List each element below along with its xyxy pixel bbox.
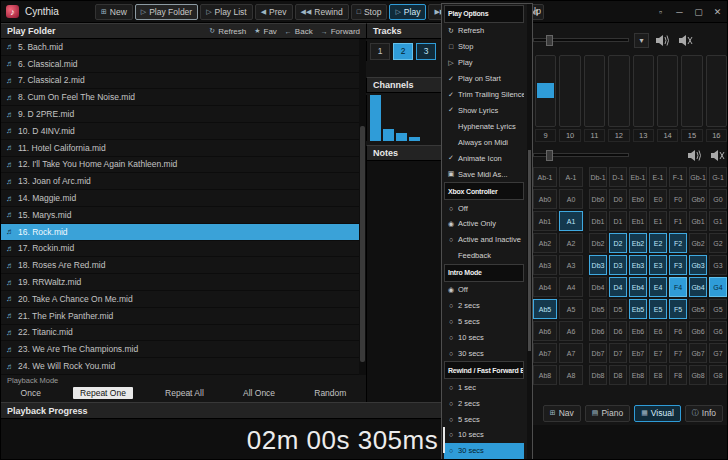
close-icon[interactable]: ✕: [711, 7, 724, 17]
note-cell-e3[interactable]: E3: [649, 255, 667, 275]
menu-item-30-secs[interactable]: ○30 secs: [444, 443, 524, 459]
note-cell-e2[interactable]: E2: [649, 233, 667, 253]
note-cell-gb1[interactable]: Gb1: [689, 211, 707, 231]
note-cell-a8[interactable]: A8: [559, 365, 583, 385]
file-row-15-marys-mid[interactable]: ♬15. Marys.mid: [1, 207, 359, 224]
menu-item-feedback[interactable]: Feedback: [444, 248, 524, 264]
playback-mode-repeat-one[interactable]: Repeat One: [73, 387, 133, 399]
menu-item-off[interactable]: ○Off: [444, 200, 524, 216]
toolbar-button-rewind[interactable]: ◀◀Rewind: [295, 4, 349, 20]
speaker-mute-button-bottom[interactable]: [709, 148, 727, 162]
note-cell-ab-1[interactable]: Ab-1: [533, 167, 557, 187]
note-cell-db7[interactable]: Db7: [589, 343, 607, 363]
note-cell-a7[interactable]: A7: [559, 343, 583, 363]
file-row-13-joan-of-arc-mid[interactable]: ♬13. Joan of Arc.mid: [1, 173, 359, 190]
volume-slider-top-thumb[interactable]: [546, 35, 553, 46]
note-cell-ab2[interactable]: Ab2: [533, 233, 557, 253]
menu-item-play-on-start[interactable]: ✓Play on Start: [444, 71, 524, 87]
menu-item-show-lyrics[interactable]: ✓Show Lyrics: [444, 103, 524, 119]
note-cell-f1[interactable]: F1: [669, 211, 687, 231]
track-button-3[interactable]: 3: [416, 43, 436, 60]
file-row-18-roses-are-red-mid[interactable]: ♬18. Roses Are Red.mid: [1, 257, 359, 274]
note-cell-e7[interactable]: E7: [649, 343, 667, 363]
note-cell-db0[interactable]: Db0: [589, 189, 607, 209]
note-cell-f5[interactable]: F5: [669, 299, 687, 319]
note-cell-e5[interactable]: E5: [649, 299, 667, 319]
toolbar-button-prev[interactable]: ◀Prev: [255, 4, 293, 20]
header-button-forward[interactable]: →Forward: [321, 27, 360, 36]
speaker-mute-button-top[interactable]: [677, 33, 695, 47]
speaker-on-button-bottom[interactable]: [686, 148, 704, 162]
mixer-bar-11[interactable]: [584, 55, 605, 127]
note-cell-a3[interactable]: A3: [559, 255, 583, 275]
track-button-1[interactable]: 1: [370, 43, 390, 60]
note-cell-d6[interactable]: D6: [609, 321, 627, 341]
note-cell-ab4[interactable]: Ab4: [533, 277, 557, 297]
note-cell-gb7[interactable]: Gb7: [689, 343, 707, 363]
toolbar-button-new[interactable]: ⊞New: [95, 4, 133, 20]
note-cell-db8[interactable]: Db8: [589, 365, 607, 385]
file-row-11-hotel-california-mid[interactable]: ♬11. Hotel California.mid: [1, 140, 359, 157]
note-cell-ab0[interactable]: Ab0: [533, 189, 557, 209]
note-cell-gb2[interactable]: Gb2: [689, 233, 707, 253]
file-list-scrollbar[interactable]: [359, 39, 366, 375]
file-row-7-classical-2-mid[interactable]: ♬7. Classical 2.mid: [1, 73, 359, 90]
toolbar-button-play[interactable]: ▷Play: [389, 4, 426, 20]
note-cell-d4[interactable]: D4: [609, 277, 627, 297]
file-row-9-d-2pre-mid[interactable]: ♬9. D 2PRE.mid: [1, 106, 359, 123]
view-button-info[interactable]: ⓘInfo: [685, 405, 723, 422]
note-cell-db3[interactable]: Db3: [589, 255, 607, 275]
file-row-14-maggie-mid[interactable]: ♬14. Maggie.mid: [1, 190, 359, 207]
menu-item-30-secs[interactable]: ○30 secs: [444, 345, 524, 361]
note-cell-gb6[interactable]: Gb6: [689, 321, 707, 341]
toolbar-button-play-folder[interactable]: ▷Play Folder: [135, 4, 198, 20]
playback-mode-random[interactable]: Random: [307, 387, 353, 399]
note-cell-f0[interactable]: F0: [669, 189, 687, 209]
speaker-on-button-top[interactable]: [654, 33, 672, 47]
note-cell-g-1[interactable]: G-1: [709, 167, 727, 187]
note-cell-g2[interactable]: G2: [709, 233, 727, 253]
note-cell-e6[interactable]: E6: [649, 321, 667, 341]
file-row-17-rockin-mid[interactable]: ♬17. Rockin.mid: [1, 241, 359, 258]
file-row-24-we-will-rock-you-mid[interactable]: ♬24. We Will Rock You.mid: [1, 358, 359, 375]
note-cell-ab8[interactable]: Ab8: [533, 365, 557, 385]
note-cell-eb8[interactable]: Eb8: [629, 365, 647, 385]
note-cell-eb2[interactable]: Eb2: [629, 233, 647, 253]
note-cell-g5[interactable]: G5: [709, 299, 727, 319]
file-row-16-rock-mid[interactable]: ♬16. Rock.mid: [1, 224, 359, 241]
mixer-bar-12[interactable]: [608, 55, 629, 127]
note-cell-eb4[interactable]: Eb4: [629, 277, 647, 297]
file-row-21-the-pink-panther-mid[interactable]: ♬21. The Pink Panther.mid: [1, 308, 359, 325]
note-cell-eb0[interactable]: Eb0: [629, 189, 647, 209]
menu-item-refresh[interactable]: ↻Refresh: [444, 23, 524, 39]
toolbar-button-play-list[interactable]: ▷Play List: [200, 4, 253, 20]
note-cell-db4[interactable]: Db4: [589, 277, 607, 297]
mixer-bar-9[interactable]: [535, 55, 556, 127]
menu-item-save-midi-as[interactable]: ▣Save Midi As...: [444, 166, 524, 182]
note-cell-f3[interactable]: F3: [669, 255, 687, 275]
note-cell-e-1[interactable]: E-1: [649, 167, 667, 187]
note-cell-e4[interactable]: E4: [649, 277, 667, 297]
file-list[interactable]: ♬5. Bach.mid♬6. Classical.mid♬7. Classic…: [1, 39, 366, 375]
note-cell-eb-1[interactable]: Eb-1: [629, 167, 647, 187]
note-cell-f7[interactable]: F7: [669, 343, 687, 363]
note-cell-db5[interactable]: Db5: [589, 299, 607, 319]
view-button-nav[interactable]: ⊞Nav: [543, 405, 581, 422]
note-cell-d5[interactable]: D5: [609, 299, 627, 319]
note-cell-d1[interactable]: D1: [609, 211, 627, 231]
note-cell-gb0[interactable]: Gb0: [689, 189, 707, 209]
note-cell-d-1[interactable]: D-1: [609, 167, 627, 187]
maximize-icon[interactable]: ▢: [692, 7, 705, 17]
note-cell-d2[interactable]: D2: [609, 233, 627, 253]
mixer-bar-14[interactable]: [657, 55, 678, 127]
file-row-20-take-a-chance-on-me-mid[interactable]: ♬20. Take A Chance On Me.mid: [1, 291, 359, 308]
note-cell-ab7[interactable]: Ab7: [533, 343, 557, 363]
note-cell-e1[interactable]: E1: [649, 211, 667, 231]
note-cell-eb3[interactable]: Eb3: [629, 255, 647, 275]
menu-item-10-secs[interactable]: ○10 secs: [444, 329, 524, 345]
note-cell-eb7[interactable]: Eb7: [629, 343, 647, 363]
note-cell-a1[interactable]: A1: [559, 211, 583, 231]
ontop-icon[interactable]: ▫: [654, 7, 667, 17]
volume-slider-top[interactable]: [533, 38, 629, 42]
menu-item-play[interactable]: ▷Play: [444, 55, 524, 71]
